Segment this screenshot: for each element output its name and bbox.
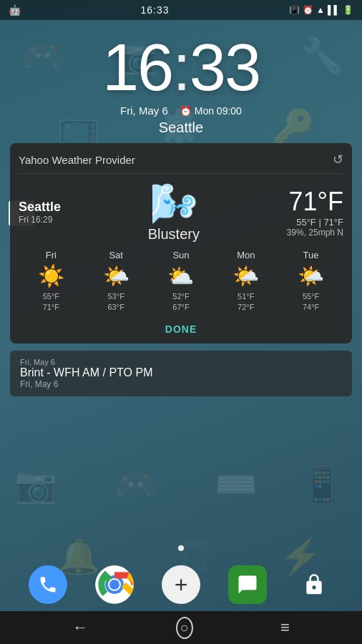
- recent-apps-button[interactable]: ≡: [280, 618, 290, 637]
- clock-colon: :: [172, 31, 190, 104]
- status-time: 16:33: [141, 4, 170, 16]
- forecast-temps-4: 55°F 74°F: [303, 291, 319, 313]
- phone-svg: [38, 575, 58, 595]
- forecast-day-mon: Mon 🌤️ 51°F 72°F: [233, 250, 259, 313]
- weather-provider-name: Yahoo Weather Provider: [19, 154, 135, 166]
- forecast-day-fri: Fri ☀️ 55°F 71°F: [38, 250, 64, 313]
- clock-minutes: 33: [190, 31, 260, 104]
- forecast-temps-2: 52°F 67°F: [172, 291, 189, 313]
- chrome-app-icon[interactable]: [95, 565, 134, 604]
- weather-icon-area: 🌬️ Blustery: [61, 181, 287, 243]
- home-button[interactable]: ○: [176, 617, 193, 639]
- location-time: Fri 16:29: [19, 215, 61, 225]
- clock-display: 16:33: [102, 34, 260, 100]
- status-bar: 🤖 16:33 📳 ⏰ ▲ ▌▌ 🔋: [0, 0, 362, 20]
- forecast-day-label-4: Tue: [303, 250, 319, 260]
- wifi-icon: ▲: [316, 5, 325, 15]
- add-icon: +: [175, 572, 188, 598]
- forecast-day-label-3: Mon: [237, 250, 255, 260]
- forecast-row: Fri ☀️ 55°F 71°F Sat 🌤️ 53°F 63°F Sun ⛅: [19, 250, 343, 313]
- weather-details: 39%, 25mph N: [287, 228, 343, 238]
- forecast-icon-4: 🌤️: [298, 263, 324, 288]
- forecast-temps-1: 53°F 63°F: [108, 291, 124, 313]
- forecast-day-sat: Sat 🌤️ 53°F 63°F: [103, 250, 129, 313]
- weather-location: Seattle Fri 16:29: [19, 200, 61, 225]
- temperature-main: 71°F: [287, 187, 343, 217]
- event-sub-date: Fri, May 6: [20, 379, 342, 389]
- messages-app-icon[interactable]: [228, 565, 267, 604]
- phone-app-icon[interactable]: [29, 565, 67, 604]
- forecast-icon-3: 🌤️: [233, 263, 259, 288]
- weather-condition-text: Blustery: [148, 226, 200, 243]
- dot-active: [178, 545, 184, 551]
- weather-current: Seattle Fri 16:29 🌬️ Blustery 71°F 55°F …: [19, 181, 343, 243]
- status-right: 📳 ⏰ ▲ ▌▌ 🔋: [289, 5, 353, 15]
- event-date-label: Fri, May 6: [20, 358, 342, 366]
- weather-header: Yahoo Weather Provider ↺: [19, 152, 343, 174]
- vibrate-icon: 📳: [289, 5, 300, 15]
- chrome-svg: [95, 565, 134, 604]
- forecast-temps-0: 55°F 71°F: [43, 291, 59, 313]
- weather-stats: 71°F 55°F | 71°F 39%, 25mph N: [287, 187, 343, 238]
- forecast-day-label-0: Fri: [46, 250, 57, 260]
- refresh-button[interactable]: ↺: [333, 152, 343, 167]
- main-content: 16:33 Fri, May 6 ⏰ Mon 09:00 Seattle: [0, 20, 362, 136]
- forecast-day-label-2: Sun: [172, 250, 189, 260]
- back-button[interactable]: ←: [72, 618, 88, 637]
- clock-hours: 16: [102, 31, 172, 104]
- date-row: Fri, May 6 ⏰ Mon 09:00: [120, 104, 242, 117]
- page-indicator: [178, 545, 184, 551]
- weather-condition-icon: 🌬️: [150, 181, 197, 226]
- forecast-day-label-1: Sat: [109, 250, 123, 260]
- forecast-day-sun: Sun ⛅ 52°F 67°F: [167, 250, 194, 313]
- forecast-icon-2: ⛅: [167, 263, 194, 288]
- lock-app-icon[interactable]: [295, 565, 333, 604]
- add-app-button[interactable]: +: [162, 565, 200, 604]
- svg-point-3: [109, 580, 119, 590]
- status-left: 🤖: [9, 4, 21, 16]
- alarm-clock-icon: ⏰: [180, 105, 192, 117]
- signal-icon: ▌▌: [328, 5, 340, 15]
- nav-bar: ← ○ ≡: [0, 611, 362, 644]
- city-display: Seattle: [159, 119, 203, 136]
- messages-svg: [237, 574, 258, 595]
- temperature-range: 55°F | 71°F: [287, 217, 343, 228]
- forecast-icon-0: ☀️: [38, 263, 64, 288]
- weather-widget: Yahoo Weather Provider ↺ Seattle Fri 16:…: [10, 143, 352, 343]
- forecast-day-tue: Tue 🌤️ 55°F 74°F: [298, 250, 324, 313]
- forecast-icon-1: 🌤️: [103, 263, 129, 288]
- alarm-info: ⏰ Mon 09:00: [180, 105, 242, 117]
- battery-icon: 🔋: [343, 5, 353, 15]
- forecast-temps-3: 51°F 72°F: [238, 291, 254, 313]
- alarm-status-icon: ⏰: [303, 5, 313, 15]
- event-widget: Fri, May 6 Brint - WFH AM / PTO PM Fri, …: [10, 351, 352, 396]
- event-title: Brint - WFH AM / PTO PM: [20, 366, 342, 379]
- done-button[interactable]: DONE: [19, 323, 343, 335]
- location-name: Seattle: [19, 200, 61, 215]
- android-icon: 🤖: [9, 4, 21, 16]
- dock: +: [0, 558, 362, 611]
- current-date: Fri, May 6: [120, 104, 168, 117]
- alarm-time: Mon 09:00: [195, 105, 242, 117]
- lock-svg: [303, 573, 326, 596]
